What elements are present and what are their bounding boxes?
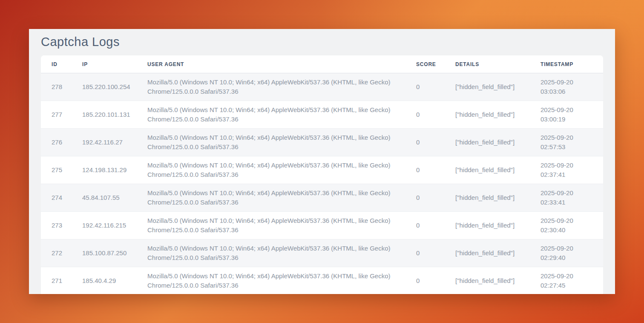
column-header-score: SCORE [416, 55, 455, 73]
cell-user-agent: Mozilla/5.0 (Windows NT 10.0; Win64; x64… [147, 184, 416, 212]
cell-ip: 185.220.100.254 [82, 73, 147, 101]
cell-id: 274 [41, 184, 82, 212]
cell-details: ["hidden_field_filled"] [455, 184, 540, 212]
table-row: 272185.100.87.250Mozilla/5.0 (Windows NT… [41, 239, 603, 267]
cell-user-agent: Mozilla/5.0 (Windows NT 10.0; Win64; x64… [147, 212, 416, 239]
cell-ip: 192.42.116.27 [82, 129, 147, 156]
cell-score: 0 [416, 73, 455, 101]
cell-timestamp: 2025-09-20 03:03:06 [540, 73, 603, 101]
column-header-timestamp: TIMESTAMP [540, 55, 603, 73]
cell-score: 0 [416, 184, 455, 212]
cell-details: ["hidden_field_filled"] [455, 212, 540, 239]
cell-ip: 45.84.107.55 [82, 184, 147, 212]
cell-ip: 185.100.87.250 [82, 239, 147, 267]
cell-details: ["hidden_field_filled"] [455, 73, 540, 101]
cell-ip: 185.220.101.131 [82, 101, 147, 129]
cell-score: 0 [416, 239, 455, 267]
cell-user-agent: Mozilla/5.0 (Windows NT 10.0; Win64; x64… [147, 129, 416, 156]
table-row: 273192.42.116.215Mozilla/5.0 (Windows NT… [41, 212, 603, 239]
cell-timestamp: 2025-09-20 02:27:45 [540, 267, 603, 294]
cell-id: 275 [41, 156, 82, 184]
cell-ip: 185.40.4.29 [82, 267, 147, 294]
table-row: 271185.40.4.29Mozilla/5.0 (Windows NT 10… [41, 267, 603, 294]
cell-details: ["hidden_field_filled"] [455, 267, 540, 294]
cell-user-agent: Mozilla/5.0 (Windows NT 10.0; Win64; x64… [147, 101, 416, 129]
cell-details: ["hidden_field_filled"] [455, 129, 540, 156]
column-header-details: DETAILS [455, 55, 540, 73]
cell-timestamp: 2025-09-20 02:30:40 [540, 212, 603, 239]
table-row: 277185.220.101.131Mozilla/5.0 (Windows N… [41, 101, 603, 129]
page-background: Captcha Logs ID IP USER AGENT SCORE DETA… [0, 0, 644, 323]
cell-score: 0 [416, 156, 455, 184]
cell-details: ["hidden_field_filled"] [455, 239, 540, 267]
cell-id: 276 [41, 129, 82, 156]
table-row: 278185.220.100.254Mozilla/5.0 (Windows N… [41, 73, 603, 101]
table-header-row: ID IP USER AGENT SCORE DETAILS TIMESTAMP [41, 55, 603, 73]
logs-table: ID IP USER AGENT SCORE DETAILS TIMESTAMP… [41, 55, 603, 294]
cell-user-agent: Mozilla/5.0 (Windows NT 10.0; Win64; x64… [147, 267, 416, 294]
column-header-user-agent: USER AGENT [147, 55, 416, 73]
cell-user-agent: Mozilla/5.0 (Windows NT 10.0; Win64; x64… [147, 73, 416, 101]
column-header-id: ID [41, 55, 82, 73]
cell-timestamp: 2025-09-20 03:00:19 [540, 101, 603, 129]
cell-score: 0 [416, 101, 455, 129]
cell-id: 273 [41, 212, 82, 239]
cell-ip: 192.42.116.215 [82, 212, 147, 239]
cell-timestamp: 2025-09-20 02:57:53 [540, 129, 603, 156]
cell-score: 0 [416, 212, 455, 239]
cell-id: 278 [41, 73, 82, 101]
cell-user-agent: Mozilla/5.0 (Windows NT 10.0; Win64; x64… [147, 239, 416, 267]
cell-timestamp: 2025-09-20 02:37:41 [540, 156, 603, 184]
table-row: 276192.42.116.27Mozilla/5.0 (Windows NT … [41, 129, 603, 156]
table-row: 275124.198.131.29Mozilla/5.0 (Windows NT… [41, 156, 603, 184]
cell-details: ["hidden_field_filled"] [455, 156, 540, 184]
cell-score: 0 [416, 267, 455, 294]
page-title: Captcha Logs [41, 35, 603, 49]
column-header-ip: IP [82, 55, 147, 73]
logs-table-container: ID IP USER AGENT SCORE DETAILS TIMESTAMP… [41, 55, 603, 294]
cell-timestamp: 2025-09-20 02:33:41 [540, 184, 603, 212]
cell-id: 271 [41, 267, 82, 294]
table-row: 27445.84.107.55Mozilla/5.0 (Windows NT 1… [41, 184, 603, 212]
cell-score: 0 [416, 129, 455, 156]
cell-ip: 124.198.131.29 [82, 156, 147, 184]
cell-details: ["hidden_field_filled"] [455, 101, 540, 129]
cell-id: 277 [41, 101, 82, 129]
cell-timestamp: 2025-09-20 02:29:40 [540, 239, 603, 267]
table-body: 278185.220.100.254Mozilla/5.0 (Windows N… [41, 73, 603, 294]
cell-user-agent: Mozilla/5.0 (Windows NT 10.0; Win64; x64… [147, 156, 416, 184]
captcha-logs-card: Captcha Logs ID IP USER AGENT SCORE DETA… [29, 29, 615, 294]
cell-id: 272 [41, 239, 82, 267]
